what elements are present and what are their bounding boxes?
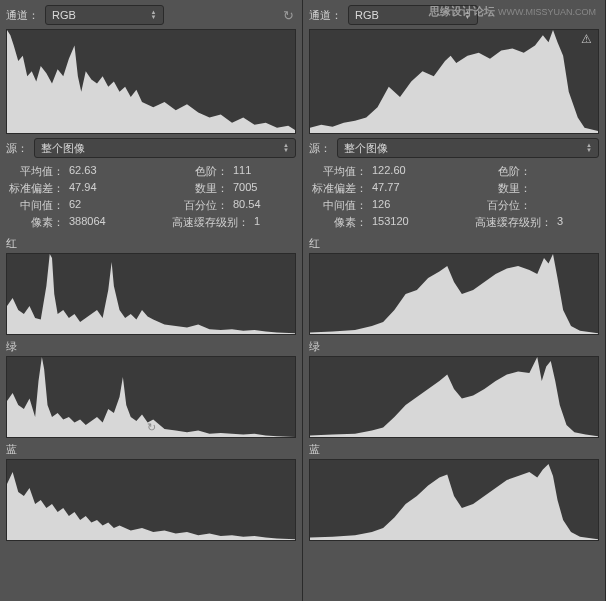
percentile-label: 百分位： xyxy=(172,198,228,213)
pixels-label: 像素： xyxy=(311,215,367,230)
histogram-rgb: ⚠ xyxy=(309,29,599,134)
stddev-value: 47.77 xyxy=(372,181,412,196)
histogram-area xyxy=(7,30,295,133)
histogram-blue xyxy=(309,459,599,541)
histogram-panel-left: 通道： RGB▲▼ ↻ 源： 整个图像▲▼ 平均值：62.63 标准偏差：47.… xyxy=(0,0,303,601)
pixels-value: 153120 xyxy=(372,215,412,230)
svg-marker-5 xyxy=(310,357,598,437)
refresh-icon[interactable]: ↻ xyxy=(147,421,156,434)
level-label: 色阶： xyxy=(475,164,531,179)
mean-value: 62.63 xyxy=(69,164,109,179)
pixels-value: 388064 xyxy=(69,215,109,230)
svg-marker-4 xyxy=(310,254,598,334)
cache-label: 高速缓存级别： xyxy=(172,215,249,230)
level-label: 色阶： xyxy=(172,164,228,179)
histogram-red xyxy=(309,253,599,335)
stats-block: 平均值：122.60 标准偏差：47.77 中间值：126 像素：153120 … xyxy=(309,162,599,230)
dropdown-arrows-icon: ▲▼ xyxy=(151,10,157,20)
dropdown-arrows-icon: ▲▼ xyxy=(283,143,289,153)
watermark: 思缘设计论坛 WWW.MISSYUAN.COM xyxy=(429,4,596,19)
stats-block: 平均值：62.63 标准偏差：47.94 中间值：62 像素：388064 色阶… xyxy=(6,162,296,230)
histogram-panel-right: 通道： RGB▲▼ ⚠ 源： 整个图像▲▼ 平均值：122.60 标准偏差：47… xyxy=(303,0,606,601)
svg-marker-0 xyxy=(7,254,295,334)
median-label: 中间值： xyxy=(8,198,64,213)
svg-marker-3 xyxy=(310,30,598,133)
histogram-blue xyxy=(6,459,296,541)
mean-label: 平均值： xyxy=(8,164,64,179)
level-value: 111 xyxy=(233,164,273,179)
median-value: 126 xyxy=(372,198,412,213)
red-label: 红 xyxy=(309,236,599,251)
count-value xyxy=(536,181,576,196)
svg-marker-2 xyxy=(7,472,295,540)
channel-select[interactable]: RGB▲▼ xyxy=(45,5,164,25)
refresh-icon[interactable]: ↻ xyxy=(280,7,296,23)
channel-label: 通道： xyxy=(309,8,342,23)
percentile-value: 80.54 xyxy=(233,198,273,213)
histogram-green xyxy=(309,356,599,438)
count-label: 数里： xyxy=(172,181,228,196)
histogram-rgb xyxy=(6,29,296,134)
median-label: 中间值： xyxy=(311,198,367,213)
dropdown-arrows-icon: ▲▼ xyxy=(586,143,592,153)
source-select[interactable]: 整个图像▲▼ xyxy=(337,138,599,158)
svg-marker-6 xyxy=(310,464,598,540)
percentile-label: 百分位： xyxy=(475,198,531,213)
stddev-label: 标准偏差： xyxy=(311,181,367,196)
median-value: 62 xyxy=(69,198,109,213)
count-value: 7005 xyxy=(233,181,273,196)
source-label: 源： xyxy=(6,141,28,156)
source-select[interactable]: 整个图像▲▼ xyxy=(34,138,296,158)
percentile-value xyxy=(536,198,576,213)
stddev-label: 标准偏差： xyxy=(8,181,64,196)
cache-label: 高速缓存级别： xyxy=(475,215,552,230)
mean-label: 平均值： xyxy=(311,164,367,179)
count-label: 数里： xyxy=(475,181,531,196)
cache-value: 1 xyxy=(254,215,294,230)
histogram-red xyxy=(6,253,296,335)
mean-value: 122.60 xyxy=(372,164,412,179)
blue-label: 蓝 xyxy=(309,442,599,457)
green-label: 绿 xyxy=(309,339,599,354)
level-value xyxy=(536,164,576,179)
blue-label: 蓝 xyxy=(6,442,296,457)
green-label: 绿 xyxy=(6,339,296,354)
pixels-label: 像素： xyxy=(8,215,64,230)
cache-value: 3 xyxy=(557,215,597,230)
channel-label: 通道： xyxy=(6,8,39,23)
stddev-value: 47.94 xyxy=(69,181,109,196)
source-label: 源： xyxy=(309,141,331,156)
red-label: 红 xyxy=(6,236,296,251)
